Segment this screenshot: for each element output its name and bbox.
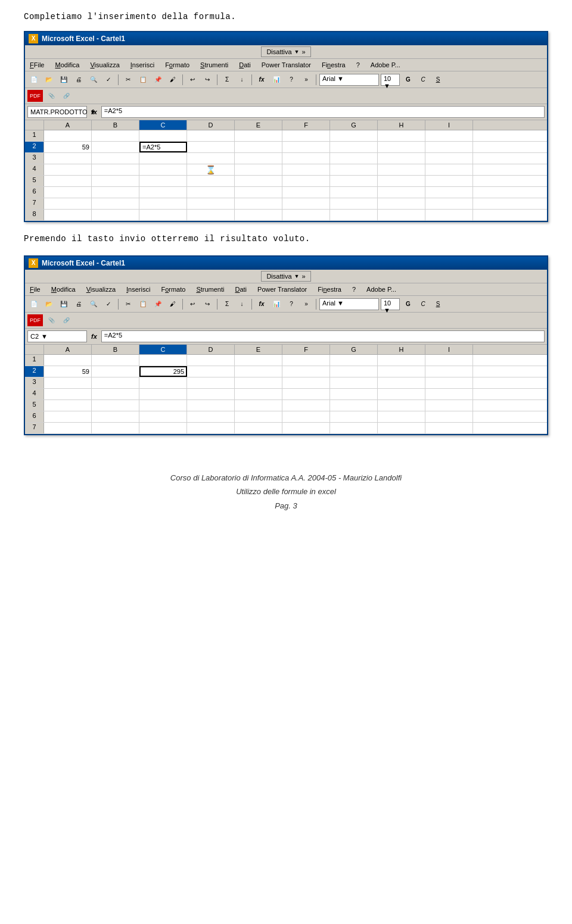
name-box-1[interactable]: MATR.PRODOTTO ▼ [27, 106, 87, 118]
menu-formato-2[interactable]: Formato [158, 285, 188, 294]
cell-C3-1[interactable] [139, 153, 187, 164]
tb-pdf-1[interactable]: PDF [27, 90, 43, 102]
name-box-2[interactable]: C2 ▼ [27, 330, 87, 342]
cell-C1-1[interactable] [139, 130, 187, 141]
tb-preview-2[interactable]: 🔍 [87, 298, 100, 310]
menu-help-2[interactable]: ? [350, 285, 358, 294]
tb-underline-1[interactable]: S [431, 74, 444, 86]
formula-input-2[interactable]: =A2*5 [101, 330, 545, 342]
cell-E3-1[interactable] [235, 153, 282, 164]
tb-redo-1[interactable]: ↪ [201, 74, 214, 86]
tb-undo-2[interactable]: ↩ [186, 298, 199, 310]
font-box-2[interactable]: Arial ▼ [319, 298, 379, 310]
menu-finestra-1[interactable]: Finestra [319, 60, 348, 70]
menu-power-translator-2[interactable]: Power Translator [255, 285, 309, 294]
tb-save-1[interactable]: 💾 [57, 74, 70, 86]
tb-pdf2-1[interactable]: 📎 [45, 90, 58, 102]
tb-underline-2[interactable]: S [431, 298, 444, 310]
tb-pdf-2[interactable]: PDF [27, 314, 43, 326]
tb-copy-2[interactable]: 📋 [136, 298, 150, 310]
cell-C2-1[interactable]: =A2*5 [139, 142, 187, 152]
cell-D4-1[interactable]: ⌛ [187, 164, 235, 175]
menu-adobe-2[interactable]: Adobe P... [364, 285, 399, 294]
cell-H2-1[interactable] [378, 142, 425, 152]
cell-C4-1[interactable] [139, 164, 187, 175]
cell-H3-1[interactable] [378, 153, 425, 164]
cell-B4-1[interactable] [92, 164, 139, 175]
tb-cut-1[interactable]: ✂ [122, 74, 135, 86]
cell-F4-1[interactable] [282, 164, 330, 175]
cell-H4-1[interactable] [378, 164, 425, 175]
cell-F1-1[interactable] [282, 130, 330, 141]
tb-cut-2[interactable]: ✂ [122, 298, 135, 310]
menu-dati-1[interactable]: Dati [237, 60, 253, 70]
menu-adobe-1[interactable]: Adobe P... [368, 60, 403, 70]
cell-I2-1[interactable] [425, 142, 473, 152]
cell-A4-1[interactable] [44, 164, 92, 175]
menu-strumenti-1[interactable]: Strumenti [198, 60, 231, 70]
menu-finestra-2[interactable]: Finestra [315, 285, 344, 294]
cell-A1-1[interactable] [44, 130, 92, 141]
cell-D3-1[interactable] [187, 153, 235, 164]
tb-help-2[interactable]: ? [285, 298, 298, 310]
menu-strumenti-2[interactable]: Strumenti [194, 285, 226, 294]
menu-inserisci-1[interactable]: Inserisci [128, 60, 157, 70]
tb-open-1[interactable]: 📂 [42, 74, 55, 86]
cell-G2-1[interactable] [330, 142, 378, 152]
tb-print-2[interactable]: 🖨 [72, 298, 85, 310]
cell-B3-1[interactable] [92, 153, 139, 164]
tb-spellcheck-2[interactable]: ✓ [102, 298, 115, 310]
tb-pdf3-2[interactable]: 🔗 [60, 314, 73, 326]
tb-spellcheck-1[interactable]: ✓ [102, 74, 115, 86]
cell-G3-1[interactable] [330, 153, 378, 164]
cell-I3-1[interactable] [425, 153, 473, 164]
tb-pdf3-1[interactable]: 🔗 [60, 90, 73, 102]
menu-file-1[interactable]: FFile [27, 60, 46, 70]
cell-G4-1[interactable] [330, 164, 378, 175]
font-box-1[interactable]: Arial ▼ [319, 74, 379, 86]
cell-A2-1[interactable]: 59 [44, 142, 92, 152]
cell-I1-1[interactable] [425, 130, 473, 141]
tb-format-painter-2[interactable]: 🖌 [166, 298, 179, 310]
menu-visualizza-1[interactable]: Visualizza [88, 60, 122, 70]
tb-sort-asc-1[interactable]: ↓ [235, 74, 248, 86]
cell-A3-1[interactable] [44, 153, 92, 164]
tb-italic-2[interactable]: C [416, 298, 430, 310]
tb-copy-1[interactable]: 📋 [136, 74, 150, 86]
tb-format-painter-1[interactable]: 🖌 [166, 74, 179, 86]
cell-D1-1[interactable] [187, 130, 235, 141]
menu-file-2[interactable]: File [27, 285, 43, 294]
tb-paste-2[interactable]: 📌 [151, 298, 164, 310]
tb-print-1[interactable]: 🖨 [72, 74, 85, 86]
cell-E4-1[interactable] [235, 164, 282, 175]
menu-dati-2[interactable]: Dati [232, 285, 249, 294]
tb-extra-2[interactable]: » [300, 298, 313, 310]
tb-redo-2[interactable]: ↪ [201, 298, 214, 310]
tb-sum-1[interactable]: Σ [220, 74, 234, 86]
tb-bold-2[interactable]: G [402, 298, 415, 310]
tb-save-2[interactable]: 💾 [57, 298, 70, 310]
tb-fx-1[interactable]: fx [255, 74, 268, 86]
menu-visualizza-2[interactable]: Visualizza [84, 285, 118, 294]
tb-undo-1[interactable]: ↩ [186, 74, 199, 86]
disattiva-dropdown-1[interactable]: Disattiva ▼ » [261, 46, 310, 57]
menu-formato-1[interactable]: Formato [163, 60, 192, 70]
tb-chart-1[interactable]: 📊 [270, 74, 283, 86]
tb-help-1[interactable]: ? [285, 74, 298, 86]
menu-modifica-2[interactable]: Modifica [49, 285, 78, 294]
size-box-1[interactable]: 10 ▼ [381, 74, 400, 86]
tb-paste-1[interactable]: 📌 [151, 74, 164, 86]
tb-bold-1[interactable]: G [402, 74, 415, 86]
tb-pdf2-2[interactable]: 📎 [45, 314, 58, 326]
cell-G1-1[interactable] [330, 130, 378, 141]
tb-preview-1[interactable]: 🔍 [87, 74, 100, 86]
cell-B1-1[interactable] [92, 130, 139, 141]
cell-H1-1[interactable] [378, 130, 425, 141]
cell-F3-1[interactable] [282, 153, 330, 164]
tb-new-2[interactable]: 📄 [27, 298, 41, 310]
menu-inserisci-2[interactable]: Inserisci [124, 285, 153, 294]
tb-new-1[interactable]: 📄 [27, 74, 41, 86]
cell-I4-1[interactable] [425, 164, 473, 175]
cell-E1-1[interactable] [235, 130, 282, 141]
cell-E2-1[interactable] [235, 142, 282, 152]
